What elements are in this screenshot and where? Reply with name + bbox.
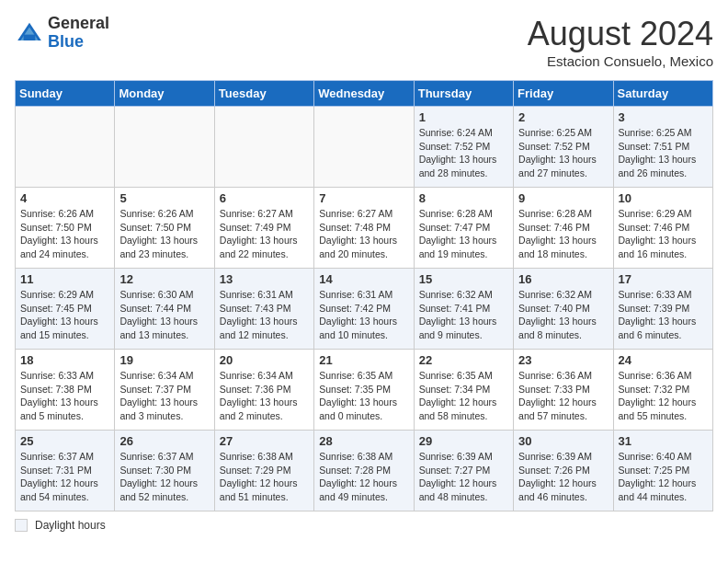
day-info: Sunrise: 6:26 AM Sunset: 7:50 PM Dayligh… [119, 207, 209, 261]
calendar-cell: 8Sunrise: 6:28 AM Sunset: 7:47 PM Daylig… [414, 188, 513, 269]
header-day-sunday: Sunday [16, 81, 115, 107]
day-number: 17 [619, 272, 708, 286]
calendar-cell: 12Sunrise: 6:30 AM Sunset: 7:44 PM Dayli… [115, 269, 214, 350]
calendar-cell: 4Sunrise: 6:26 AM Sunset: 7:50 PM Daylig… [16, 188, 115, 269]
day-number: 12 [119, 272, 209, 286]
day-info: Sunrise: 6:34 AM Sunset: 7:36 PM Dayligh… [220, 369, 309, 423]
calendar-cell: 26Sunrise: 6:37 AM Sunset: 7:30 PM Dayli… [115, 431, 214, 511]
calendar-cell [314, 107, 414, 188]
day-number: 10 [619, 191, 708, 205]
day-number: 31 [619, 434, 708, 448]
day-info: Sunrise: 6:37 AM Sunset: 7:30 PM Dayligh… [119, 450, 209, 504]
calendar-cell: 30Sunrise: 6:39 AM Sunset: 7:26 PM Dayli… [514, 431, 613, 511]
day-number: 15 [419, 272, 508, 286]
calendar-cell: 28Sunrise: 6:38 AM Sunset: 7:28 PM Dayli… [314, 431, 414, 511]
day-info: Sunrise: 6:29 AM Sunset: 7:45 PM Dayligh… [20, 288, 109, 342]
calendar-week-row: 1Sunrise: 6:24 AM Sunset: 7:52 PM Daylig… [16, 107, 713, 188]
calendar-cell: 24Sunrise: 6:36 AM Sunset: 7:32 PM Dayli… [613, 350, 712, 431]
calendar-cell: 9Sunrise: 6:28 AM Sunset: 7:46 PM Daylig… [514, 188, 613, 269]
day-number: 5 [119, 191, 209, 205]
calendar-cell [214, 107, 313, 188]
logo: General Blue [15, 15, 109, 52]
legend-label: Daylight hours [35, 519, 106, 532]
calendar-cell: 31Sunrise: 6:40 AM Sunset: 7:25 PM Dayli… [613, 431, 712, 511]
day-info: Sunrise: 6:35 AM Sunset: 7:34 PM Dayligh… [419, 369, 508, 423]
day-number: 11 [20, 272, 109, 286]
calendar-cell: 20Sunrise: 6:34 AM Sunset: 7:36 PM Dayli… [214, 350, 313, 431]
calendar-cell: 7Sunrise: 6:27 AM Sunset: 7:48 PM Daylig… [314, 188, 414, 269]
day-number: 1 [419, 110, 508, 124]
header-day-monday: Monday [115, 81, 214, 107]
day-number: 2 [518, 110, 608, 124]
day-number: 3 [619, 110, 708, 124]
day-info: Sunrise: 6:31 AM Sunset: 7:43 PM Dayligh… [220, 288, 309, 342]
calendar-cell [115, 107, 214, 188]
calendar-week-row: 18Sunrise: 6:33 AM Sunset: 7:38 PM Dayli… [16, 350, 713, 431]
day-info: Sunrise: 6:36 AM Sunset: 7:32 PM Dayligh… [619, 369, 708, 423]
day-info: Sunrise: 6:40 AM Sunset: 7:25 PM Dayligh… [619, 450, 708, 504]
calendar-cell: 17Sunrise: 6:33 AM Sunset: 7:39 PM Dayli… [613, 269, 712, 350]
calendar-week-row: 4Sunrise: 6:26 AM Sunset: 7:50 PM Daylig… [16, 188, 713, 269]
calendar-cell: 5Sunrise: 6:26 AM Sunset: 7:50 PM Daylig… [115, 188, 214, 269]
day-info: Sunrise: 6:25 AM Sunset: 7:51 PM Dayligh… [619, 126, 708, 180]
day-info: Sunrise: 6:24 AM Sunset: 7:52 PM Dayligh… [419, 126, 508, 180]
header-day-thursday: Thursday [414, 81, 513, 107]
header-day-tuesday: Tuesday [214, 81, 313, 107]
day-info: Sunrise: 6:35 AM Sunset: 7:35 PM Dayligh… [319, 369, 408, 423]
day-number: 30 [518, 434, 608, 448]
day-number: 8 [419, 191, 508, 205]
day-info: Sunrise: 6:27 AM Sunset: 7:48 PM Dayligh… [319, 207, 408, 261]
day-info: Sunrise: 6:25 AM Sunset: 7:52 PM Dayligh… [518, 126, 608, 180]
day-info: Sunrise: 6:36 AM Sunset: 7:33 PM Dayligh… [518, 369, 608, 423]
header-day-saturday: Saturday [613, 81, 712, 107]
calendar-cell: 2Sunrise: 6:25 AM Sunset: 7:52 PM Daylig… [514, 107, 613, 188]
calendar-cell: 13Sunrise: 6:31 AM Sunset: 7:43 PM Dayli… [214, 269, 313, 350]
calendar-cell: 10Sunrise: 6:29 AM Sunset: 7:46 PM Dayli… [613, 188, 712, 269]
day-number: 24 [619, 353, 708, 367]
header-day-friday: Friday [514, 81, 613, 107]
calendar-week-row: 25Sunrise: 6:37 AM Sunset: 7:31 PM Dayli… [16, 431, 713, 511]
calendar-cell: 22Sunrise: 6:35 AM Sunset: 7:34 PM Dayli… [414, 350, 513, 431]
day-number: 18 [20, 353, 109, 367]
day-number: 9 [518, 191, 608, 205]
day-number: 23 [518, 353, 608, 367]
calendar-cell: 27Sunrise: 6:38 AM Sunset: 7:29 PM Dayli… [214, 431, 313, 511]
logo-blue-text: Blue [48, 32, 84, 51]
day-number: 4 [20, 191, 109, 205]
legend-box [15, 519, 28, 532]
calendar-cell: 19Sunrise: 6:34 AM Sunset: 7:37 PM Dayli… [115, 350, 214, 431]
calendar-cell [16, 107, 115, 188]
day-number: 21 [319, 353, 408, 367]
day-number: 27 [220, 434, 309, 448]
day-number: 20 [220, 353, 309, 367]
day-info: Sunrise: 6:26 AM Sunset: 7:50 PM Dayligh… [20, 207, 109, 261]
day-info: Sunrise: 6:29 AM Sunset: 7:46 PM Dayligh… [619, 207, 708, 261]
day-info: Sunrise: 6:39 AM Sunset: 7:27 PM Dayligh… [419, 450, 508, 504]
day-info: Sunrise: 6:32 AM Sunset: 7:41 PM Dayligh… [419, 288, 508, 342]
logo-text: General Blue [48, 15, 109, 52]
day-number: 25 [20, 434, 109, 448]
calendar-cell: 16Sunrise: 6:32 AM Sunset: 7:40 PM Dayli… [514, 269, 613, 350]
calendar-cell: 1Sunrise: 6:24 AM Sunset: 7:52 PM Daylig… [414, 107, 513, 188]
month-title: August 2024 [528, 15, 713, 53]
calendar-week-row: 11Sunrise: 6:29 AM Sunset: 7:45 PM Dayli… [16, 269, 713, 350]
day-number: 16 [518, 272, 608, 286]
day-number: 26 [119, 434, 209, 448]
calendar-cell: 23Sunrise: 6:36 AM Sunset: 7:33 PM Dayli… [514, 350, 613, 431]
day-info: Sunrise: 6:27 AM Sunset: 7:49 PM Dayligh… [220, 207, 309, 261]
header: General Blue August 2024 Estacion Consue… [15, 15, 713, 69]
day-number: 28 [319, 434, 408, 448]
day-number: 22 [419, 353, 508, 367]
day-info: Sunrise: 6:33 AM Sunset: 7:39 PM Dayligh… [619, 288, 708, 342]
day-number: 13 [220, 272, 309, 286]
day-number: 7 [319, 191, 408, 205]
logo-general-text: General [48, 14, 109, 32]
day-info: Sunrise: 6:28 AM Sunset: 7:47 PM Dayligh… [419, 207, 508, 261]
calendar-cell: 11Sunrise: 6:29 AM Sunset: 7:45 PM Dayli… [16, 269, 115, 350]
day-info: Sunrise: 6:37 AM Sunset: 7:31 PM Dayligh… [20, 450, 109, 504]
calendar-cell: 29Sunrise: 6:39 AM Sunset: 7:27 PM Dayli… [414, 431, 513, 511]
calendar-cell: 3Sunrise: 6:25 AM Sunset: 7:51 PM Daylig… [613, 107, 712, 188]
day-info: Sunrise: 6:32 AM Sunset: 7:40 PM Dayligh… [518, 288, 608, 342]
calendar-cell: 21Sunrise: 6:35 AM Sunset: 7:35 PM Dayli… [314, 350, 414, 431]
day-info: Sunrise: 6:33 AM Sunset: 7:38 PM Dayligh… [20, 369, 109, 423]
